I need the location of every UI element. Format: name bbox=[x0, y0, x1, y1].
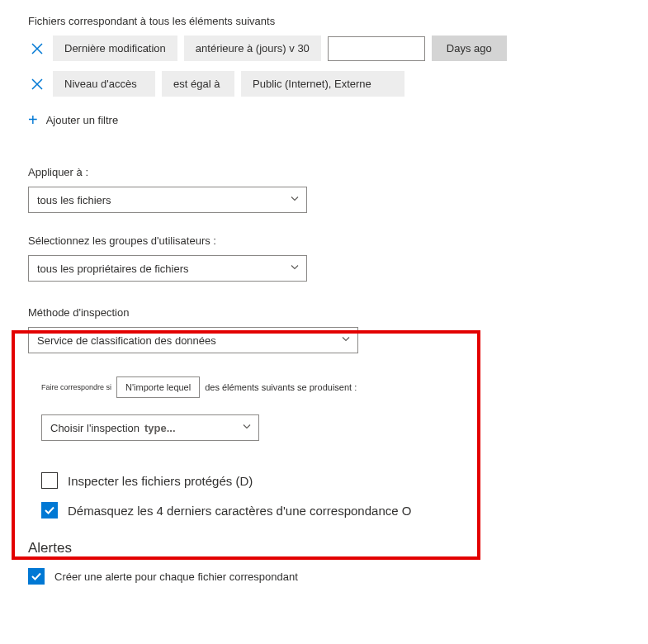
unmask-last4-label: Démasquez les 4 derniers caractères d'un… bbox=[68, 504, 411, 518]
filter-field-1[interactable]: Dernière modification bbox=[53, 36, 177, 61]
chevron-down-icon bbox=[242, 422, 252, 434]
inspection-label: Méthode d'inspection bbox=[28, 306, 620, 319]
groups-label: Sélectionnez les groupes d'utilisateurs … bbox=[28, 234, 620, 247]
remove-filter-1[interactable] bbox=[28, 40, 46, 58]
apply-label: Appliquer à : bbox=[28, 166, 620, 178]
filter-value-input-1[interactable] bbox=[328, 36, 425, 61]
unmask-last4-checkbox[interactable] bbox=[41, 502, 58, 519]
filter-field-2[interactable]: Niveau d'accès bbox=[53, 71, 155, 97]
add-filter-label: Ajouter un filtre bbox=[46, 114, 118, 126]
apply-select[interactable]: tous les fichiers bbox=[28, 187, 307, 213]
match-suffix: des éléments suivants se produisent : bbox=[205, 382, 357, 392]
check-icon bbox=[44, 504, 55, 516]
chevron-down-icon bbox=[341, 334, 351, 347]
filters-heading: Fichiers correspondant à tous les élémen… bbox=[28, 15, 620, 27]
filter-unit-1[interactable]: Days ago bbox=[432, 36, 507, 61]
match-prefix: Faire correspondre si bbox=[41, 383, 111, 391]
match-any-select[interactable]: N'importe lequel bbox=[116, 376, 200, 398]
plus-icon: + bbox=[28, 111, 38, 128]
filter-op-1[interactable]: antérieure à (jours) v 30 bbox=[184, 36, 321, 61]
inspect-protected-checkbox[interactable] bbox=[41, 472, 58, 489]
filter-row-1: Dernière modification antérieure à (jour… bbox=[28, 36, 620, 61]
inspection-type-value: type... bbox=[144, 422, 176, 434]
groups-value: tous les propriétaires de fichiers bbox=[37, 263, 189, 275]
groups-select[interactable]: tous les propriétaires de fichiers bbox=[28, 255, 307, 282]
chevron-down-icon bbox=[290, 194, 300, 206]
apply-value: tous les fichiers bbox=[37, 194, 111, 206]
inspection-method-select[interactable]: Service de classification des données bbox=[28, 327, 358, 353]
chevron-down-icon bbox=[290, 263, 300, 275]
remove-filter-2[interactable] bbox=[28, 75, 46, 93]
inspection-type-prefix: Choisir l'inspection bbox=[50, 422, 140, 434]
inspect-protected-label: Inspecter les fichiers protégés (D) bbox=[68, 474, 253, 488]
match-condition-row: Faire correspondre si N'importe lequel d… bbox=[41, 376, 620, 398]
inspection-method-value: Service de classification des données bbox=[37, 334, 216, 347]
close-icon bbox=[31, 43, 43, 54]
add-filter-button[interactable]: + Ajouter un filtre bbox=[28, 111, 620, 128]
filter-row-2: Niveau d'accès est égal à Public (Intern… bbox=[28, 71, 620, 97]
alerts-heading: Alertes bbox=[28, 540, 620, 556]
create-alert-checkbox[interactable] bbox=[28, 568, 45, 585]
create-alert-label: Créer une alerte pour chaque fichier cor… bbox=[54, 571, 298, 583]
close-icon bbox=[31, 78, 43, 90]
check-icon bbox=[31, 571, 42, 582]
inspection-type-select[interactable]: Choisir l'inspection type... bbox=[41, 414, 259, 441]
filter-value-2[interactable]: Public (Internet), Externe bbox=[241, 71, 404, 97]
filter-op-2[interactable]: est égal à bbox=[162, 71, 234, 97]
